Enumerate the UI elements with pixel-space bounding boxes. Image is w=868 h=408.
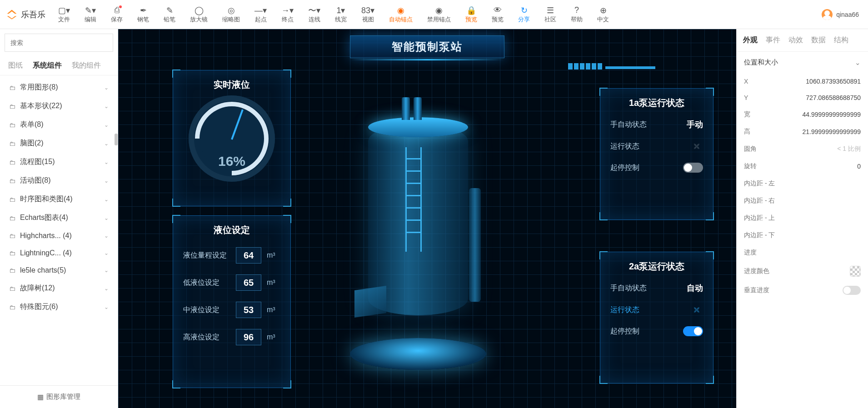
- menu-终点[interactable]: →▾终点: [274, 4, 301, 25]
- tree-label: 表单(8): [20, 120, 104, 129]
- chevron-down-icon: ⌄: [104, 85, 109, 91]
- prop-value[interactable]: 1060.87393650891: [785, 78, 861, 85]
- menu-自动锚点[interactable]: ◉自动锚点: [382, 4, 420, 25]
- menu-铅笔[interactable]: ✎铅笔: [156, 4, 183, 25]
- chevron-down-icon: ⌄: [104, 178, 109, 184]
- menu-禁用锚点[interactable]: ◉禁用锚点: [420, 4, 458, 25]
- setting-value[interactable]: 65: [236, 274, 261, 291]
- menu-线宽[interactable]: 1▾线宽: [328, 4, 354, 25]
- left-tabs: 图纸系统组件我的组件: [0, 56, 118, 75]
- status-label: 运行状态: [610, 142, 690, 151]
- status-value: 自动: [687, 283, 703, 294]
- prop-row: 内边距 - 右: [737, 192, 868, 209]
- toggle[interactable]: [843, 286, 861, 295]
- prop-value[interactable]: 44.99999999999999: [785, 111, 861, 118]
- tree-item[interactable]: 🗀le5le charts(5)⌄: [0, 262, 118, 279]
- menu-文件[interactable]: ▢▾文件: [51, 4, 77, 25]
- menu-label: 帮助: [571, 15, 583, 24]
- menu-预览[interactable]: 👁预览: [484, 4, 511, 25]
- tree-item[interactable]: 🗀表单(8)⌄: [0, 115, 118, 134]
- menu-保存[interactable]: ⎙保存: [104, 4, 130, 25]
- menu-钢笔[interactable]: ✒钢笔: [130, 4, 156, 25]
- menu-icon: 🔒: [466, 5, 476, 15]
- right-tab-0[interactable]: 外观: [743, 29, 758, 51]
- prop-label: 进度颜色: [744, 267, 785, 275]
- menu-icon: —▾: [254, 5, 267, 15]
- menu-放大镜[interactable]: ◯放大镜: [183, 4, 215, 25]
- prop-value[interactable]: 21.99999999999999: [785, 128, 861, 135]
- prop-value[interactable]: 0: [785, 163, 861, 170]
- color-swatch[interactable]: [850, 266, 861, 277]
- prop-row: 旋转0: [737, 158, 868, 175]
- props-section-header[interactable]: 位置和大小 ⌄: [737, 52, 868, 73]
- menu-icon: ◉: [397, 5, 404, 15]
- tree-item[interactable]: 🗀基本形状(22)⌄: [0, 97, 118, 115]
- right-tab-3[interactable]: 数据: [811, 29, 826, 51]
- menu-label: 分享: [518, 15, 530, 24]
- right-tab-1[interactable]: 事件: [766, 29, 780, 51]
- toggle[interactable]: [683, 163, 703, 173]
- search-input[interactable]: [5, 34, 113, 52]
- toggle[interactable]: [683, 326, 703, 336]
- prop-value[interactable]: 727.086588688750: [785, 94, 861, 101]
- scrollbar-handle[interactable]: [115, 134, 118, 145]
- menu-icon: ◎: [228, 5, 235, 15]
- left-tab-2[interactable]: 我的组件: [72, 56, 101, 75]
- left-tab-1[interactable]: 系统组件: [33, 56, 62, 75]
- status-row: 起停控制: [610, 326, 703, 336]
- canvas[interactable]: 智能预制泵站 实时液位 16% 液位设定 液位量程设定64m³低液位设定65m³…: [118, 29, 736, 408]
- right-tabs: 外观事件动效数据结构: [737, 29, 868, 52]
- status-label: 运行状态: [610, 305, 690, 315]
- search-wrap: [5, 34, 113, 52]
- panel-level-settings[interactable]: 液位设定 液位量程设定64m³低液位设定65m³中液位设定53m³高液位设定96…: [173, 215, 291, 388]
- tree-item[interactable]: 🗀故障树(12)⌄: [0, 279, 118, 298]
- tree-item[interactable]: 🗀特殊图元(6)⌄: [0, 298, 118, 316]
- menu-中文[interactable]: ⊕中文: [590, 4, 616, 25]
- panel-pump-2a[interactable]: 2a泵运行状态 手自动状态自动运行状态起停控制: [600, 252, 713, 383]
- left-tab-0[interactable]: 图纸: [8, 56, 23, 75]
- right-tab-2[interactable]: 动效: [788, 29, 803, 51]
- menu-帮助[interactable]: ?帮助: [564, 4, 590, 25]
- app-logo[interactable]: 乐吾乐: [4, 8, 51, 21]
- tree-item[interactable]: 🗀脑图(2)⌄: [0, 134, 118, 153]
- tree-item[interactable]: 🗀活动图(8)⌄: [0, 171, 118, 190]
- status-label: 起停控制: [610, 327, 683, 336]
- menu-视图[interactable]: 83▾视图: [354, 4, 382, 25]
- setting-value[interactable]: 64: [236, 247, 261, 264]
- prop-label: 高: [744, 128, 785, 136]
- menu-起点[interactable]: —▾起点: [247, 4, 274, 25]
- chevron-down-icon: ⌄: [104, 103, 109, 109]
- tree-label: 脑图(2): [20, 139, 104, 148]
- tree-item[interactable]: 🗀LightningC... (4)⌄: [0, 244, 118, 262]
- setting-label: 低液位设定: [183, 278, 230, 288]
- menu-缩略图[interactable]: ◎缩略图: [215, 4, 247, 25]
- menu-label: 线宽: [335, 15, 347, 24]
- menu-icon: ⎙: [115, 5, 120, 15]
- folder-icon: 🗀: [9, 214, 15, 222]
- tree-item[interactable]: 🗀流程图(15)⌄: [0, 153, 118, 171]
- prop-value[interactable]: < 1 比例: [785, 145, 861, 153]
- settings-title: 液位设定: [183, 224, 280, 236]
- menu-编辑[interactable]: ✎▾编辑: [77, 4, 104, 25]
- setting-value[interactable]: 96: [236, 329, 261, 345]
- setting-label: 中液位设定: [183, 305, 230, 315]
- status-label: 起停控制: [610, 163, 683, 173]
- user-area[interactable]: qinaa66: [816, 9, 864, 20]
- menu-预览[interactable]: 🔒预览: [458, 4, 484, 25]
- tree-item[interactable]: 🗀Highcharts... (4)⌄: [0, 227, 118, 244]
- menu-社区[interactable]: ☰社区: [537, 4, 564, 25]
- right-tab-4[interactable]: 结构: [834, 29, 848, 51]
- panel-pump-1a[interactable]: 1a泵运行状态 手自动状态手动运行状态起停控制: [600, 88, 713, 220]
- menu-分享[interactable]: ↻分享: [511, 4, 537, 25]
- tank-illustration[interactable]: [336, 97, 500, 370]
- setting-value[interactable]: 53: [236, 302, 261, 318]
- library-manage-button[interactable]: ▦ 图形库管理: [0, 385, 118, 408]
- menu-连线[interactable]: 〜▾连线: [301, 4, 328, 25]
- folder-icon: 🗀: [9, 84, 15, 91]
- folder-icon: 🗀: [9, 159, 15, 166]
- tree-item[interactable]: 🗀Echarts图表(4)⌄: [0, 209, 118, 227]
- prop-label: 内边距 - 上: [744, 214, 785, 222]
- tree-item[interactable]: 🗀常用图形(8)⌄: [0, 78, 118, 97]
- panel-liquid-level[interactable]: 实时液位 16%: [173, 70, 291, 206]
- tree-item[interactable]: 🗀时序图和类图(4)⌄: [0, 190, 118, 209]
